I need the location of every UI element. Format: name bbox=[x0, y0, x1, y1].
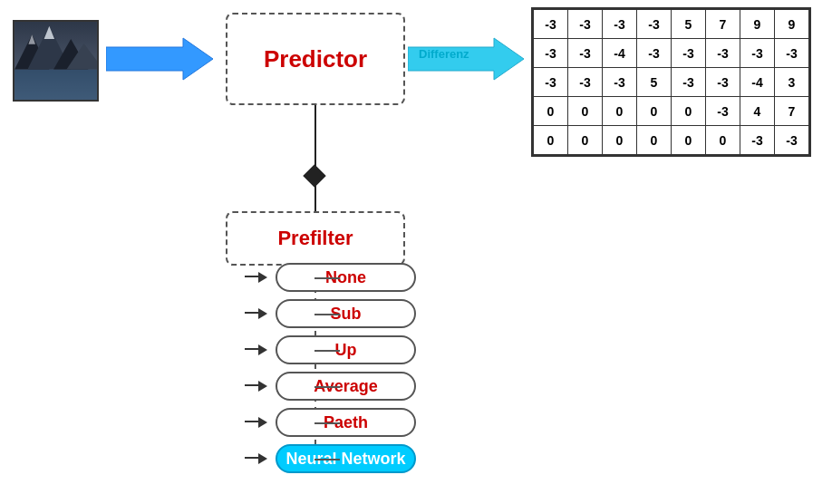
app: Predictor Differenz -3-3-3-35799-3-3-4-3… bbox=[0, 0, 832, 504]
matrix-cell: 0 bbox=[534, 126, 568, 155]
matrix-table: -3-3-3-35799-3-3-4-3-3-3-3-3-3-3-35-3-3-… bbox=[533, 9, 809, 155]
diff-label: Differenz bbox=[419, 47, 469, 61]
filter-box-label: Neural Network bbox=[285, 450, 405, 469]
svg-marker-9 bbox=[106, 38, 213, 80]
matrix-cell: 0 bbox=[706, 126, 740, 155]
matrix-cell: -4 bbox=[740, 68, 775, 97]
matrix-cell: -3 bbox=[568, 10, 603, 39]
matrix-cell: -3 bbox=[603, 10, 637, 39]
matrix-cell: 5 bbox=[637, 68, 672, 97]
filter-box-average: Average bbox=[276, 372, 416, 401]
matrix-cell: 9 bbox=[740, 10, 775, 39]
filter-arrow-icon bbox=[245, 416, 270, 429]
predictor-label: Predictor bbox=[264, 45, 367, 73]
matrix-cell: -3 bbox=[775, 126, 809, 155]
matrix-cell: -3 bbox=[706, 68, 740, 97]
filter-box-paeth: Paeth bbox=[276, 408, 416, 437]
filter-arrow-icon bbox=[245, 380, 270, 393]
matrix-cell: -3 bbox=[740, 126, 775, 155]
matrix-cell: 0 bbox=[637, 126, 672, 155]
matrix-cell: -3 bbox=[534, 10, 568, 39]
filter-items: NoneSubUpAveragePaethNeural Network bbox=[245, 263, 416, 473]
matrix-cell: -3 bbox=[637, 39, 672, 68]
vert-line-top bbox=[314, 105, 316, 173]
matrix-cell: 0 bbox=[534, 97, 568, 126]
horiz-connector bbox=[314, 422, 340, 424]
matrix-cell: -3 bbox=[637, 10, 672, 39]
matrix-cell: 0 bbox=[603, 126, 637, 155]
matrix-cell: -3 bbox=[672, 39, 706, 68]
matrix-cell: 0 bbox=[603, 97, 637, 126]
horiz-connector bbox=[314, 386, 340, 388]
filter-arrow-icon bbox=[245, 344, 270, 356]
matrix-cell: 0 bbox=[568, 126, 603, 155]
matrix-cell: 3 bbox=[775, 68, 809, 97]
matrix-cell: 0 bbox=[568, 97, 603, 126]
matrix-cell: 4 bbox=[740, 97, 775, 126]
prefilter-label: Prefilter bbox=[277, 227, 353, 250]
filter-arrow-icon bbox=[245, 307, 270, 320]
matrix-cell: -4 bbox=[603, 39, 637, 68]
matrix-cell: 0 bbox=[637, 97, 672, 126]
filter-arrow-icon bbox=[245, 271, 270, 284]
matrix-cell: 0 bbox=[672, 97, 706, 126]
matrix-cell: -3 bbox=[568, 39, 603, 68]
predictor-box: Predictor bbox=[226, 13, 405, 105]
matrix-cell: -3 bbox=[706, 97, 740, 126]
prefilter-box: Prefilter bbox=[226, 211, 405, 266]
filter-box-none: None bbox=[276, 263, 416, 292]
matrix-box: -3-3-3-35799-3-3-4-3-3-3-3-3-3-3-35-3-3-… bbox=[531, 7, 811, 157]
filter-box-neural-network: Neural Network bbox=[276, 444, 416, 473]
horiz-connector bbox=[314, 459, 340, 460]
matrix-cell: -3 bbox=[568, 68, 603, 97]
matrix-cell: -3 bbox=[740, 39, 775, 68]
horiz-connector bbox=[314, 350, 340, 352]
matrix-cell: -3 bbox=[775, 39, 809, 68]
matrix-cell: -3 bbox=[534, 68, 568, 97]
matrix-cell: -3 bbox=[603, 68, 637, 97]
filter-box-sub: Sub bbox=[276, 299, 416, 328]
matrix-cell: -3 bbox=[534, 39, 568, 68]
matrix-cell: 7 bbox=[775, 97, 809, 126]
input-arrow bbox=[106, 36, 215, 82]
matrix-cell: 5 bbox=[672, 10, 706, 39]
matrix-cell: 7 bbox=[706, 10, 740, 39]
horiz-connector bbox=[314, 277, 340, 279]
matrix-cell: 0 bbox=[672, 126, 706, 155]
input-image bbox=[13, 20, 99, 102]
svg-rect-2 bbox=[15, 70, 97, 100]
horiz-connector bbox=[314, 314, 340, 315]
vert-line-mid bbox=[314, 184, 316, 211]
filter-arrow-icon bbox=[245, 452, 270, 465]
matrix-cell: -3 bbox=[706, 39, 740, 68]
matrix-cell: -3 bbox=[672, 68, 706, 97]
matrix-cell: 9 bbox=[775, 10, 809, 39]
filter-box-up: Up bbox=[276, 335, 416, 364]
